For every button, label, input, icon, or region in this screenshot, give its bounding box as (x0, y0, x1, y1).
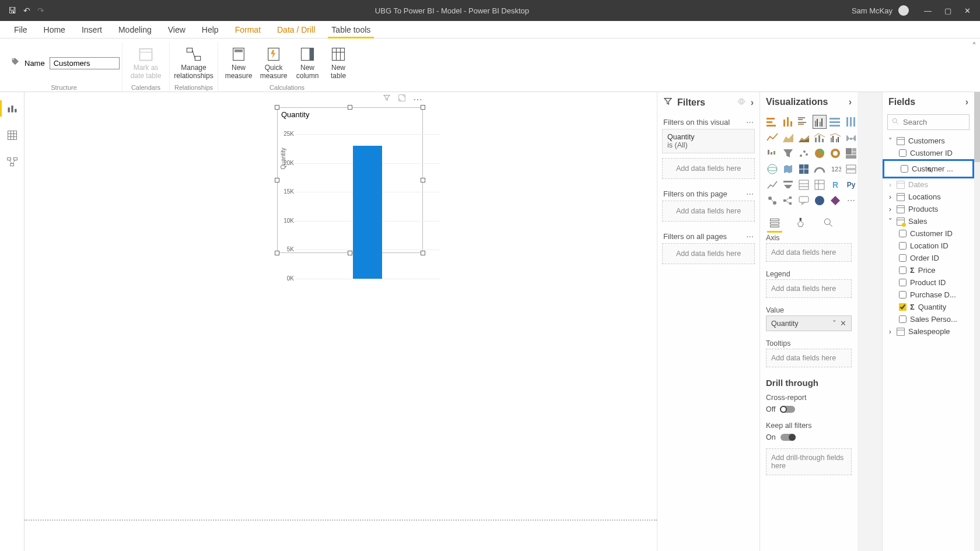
field-product-id[interactable]: Product ID (883, 276, 974, 289)
more-icon[interactable]: ⋯ (746, 118, 754, 127)
more-icon[interactable]: ⋯ (746, 232, 754, 241)
decomposition-icon[interactable] (782, 194, 794, 207)
slicer-icon[interactable] (782, 178, 794, 191)
tab-data-drill[interactable]: Data / Drill (269, 21, 323, 38)
tab-modeling[interactable]: Modeling (110, 21, 160, 38)
clustered-column-icon[interactable] (813, 115, 826, 128)
data-view-button[interactable] (4, 127, 20, 143)
visual-more-icon[interactable]: ⋯ (413, 94, 422, 105)
table-customers[interactable]: ˅ Customers (883, 135, 974, 147)
matrix-icon[interactable] (813, 178, 826, 191)
waterfall-icon[interactable] (766, 147, 779, 160)
get-more-visuals-icon[interactable]: ⋯ (845, 194, 858, 207)
user-name[interactable]: Sam McKay (852, 6, 892, 15)
cross-report-toggle[interactable] (780, 406, 795, 413)
add-all-filter-slot[interactable]: Add data fields here (662, 243, 755, 264)
format-tab[interactable] (793, 215, 810, 230)
donut-icon[interactable] (829, 147, 842, 160)
scatter-icon[interactable] (797, 147, 810, 160)
table-products[interactable]: › Products (883, 203, 974, 215)
visual-focus-icon[interactable] (398, 94, 406, 105)
report-canvas[interactable]: ⋯ Quantity Quantity 0K5K10K15K20K25K (24, 92, 657, 551)
field-customer-id[interactable]: Customer ID (883, 227, 974, 240)
table-dates[interactable]: › Dates (883, 178, 974, 191)
field-location-id[interactable]: Location ID (883, 240, 974, 252)
stacked-area-icon[interactable] (797, 131, 810, 144)
area-chart-icon[interactable] (782, 131, 794, 144)
close-button[interactable]: ✕ (964, 6, 971, 15)
tab-view[interactable]: View (160, 21, 194, 38)
r-visual-icon[interactable]: R (829, 178, 842, 191)
tab-home[interactable]: Home (36, 21, 74, 38)
ribbon-chart-icon[interactable] (845, 131, 858, 144)
tooltips-well[interactable]: Add data fields here (766, 349, 852, 367)
model-view-button[interactable] (4, 154, 20, 170)
value-well-quantity[interactable]: Quantity ˅ ✕ (766, 315, 852, 331)
minimize-button[interactable]: — (924, 6, 932, 15)
qa-visual-icon[interactable] (797, 194, 810, 207)
quick-measure-button[interactable]: Quick measure (258, 46, 289, 80)
multi-card-icon[interactable] (845, 163, 858, 176)
save-icon[interactable]: 🖫 (8, 6, 16, 15)
treemap-icon[interactable] (845, 147, 858, 160)
tab-table-tools[interactable]: Table tools (323, 21, 379, 38)
collapse-icon[interactable]: › (751, 97, 754, 108)
pie-icon[interactable] (813, 147, 826, 160)
table-name-input[interactable] (50, 57, 120, 69)
maximize-button[interactable]: ▢ (944, 6, 951, 15)
field-customer-name[interactable]: Customer ... ↖ (883, 159, 974, 178)
report-view-button[interactable] (4, 100, 20, 117)
filter-card-quantity[interactable]: Quantity is (All) (662, 129, 755, 153)
resize-handle[interactable] (275, 105, 279, 110)
table-icon[interactable] (797, 178, 810, 191)
resize-handle[interactable] (275, 178, 279, 183)
drill-through-well[interactable]: Add drill-through fields here (766, 448, 852, 475)
field-purchase-d-[interactable]: Purchase D... (883, 289, 974, 301)
arcgis-icon[interactable] (813, 194, 826, 207)
field-order-id[interactable]: Order ID (883, 252, 974, 264)
collapse-icon[interactable]: › (849, 97, 852, 107)
resize-handle[interactable] (421, 178, 425, 183)
new-table-button[interactable]: New table (326, 46, 351, 80)
gauge-icon[interactable] (813, 163, 826, 176)
scrollbar-thumb[interactable] (974, 92, 980, 162)
chevron-down-icon[interactable]: ˅ (832, 319, 836, 328)
mark-as-date-table-button[interactable]: Mark as date table (127, 46, 164, 80)
field-quantity[interactable]: ΣQuantity (883, 301, 974, 313)
hundred-bar-icon[interactable] (829, 115, 842, 128)
line-chart-icon[interactable] (766, 131, 779, 144)
clustered-bar-icon[interactable] (797, 115, 810, 128)
table-sales[interactable]: ˅ Sales (883, 215, 974, 227)
field-price[interactable]: ΣPrice (883, 264, 974, 276)
resize-handle[interactable] (348, 105, 352, 110)
collapse-icon[interactable]: › (965, 97, 968, 107)
kpi-icon[interactable] (766, 178, 779, 191)
add-page-filter-slot[interactable]: Add data fields here (662, 201, 755, 222)
ribbon-collapse-icon[interactable]: ˄ (972, 41, 977, 52)
avatar[interactable] (898, 5, 909, 16)
tab-format[interactable]: Format (227, 21, 269, 38)
table-locations[interactable]: › Locations (883, 191, 974, 203)
key-influencers-icon[interactable] (766, 194, 779, 207)
stacked-column-icon[interactable] (782, 115, 794, 128)
axis-well[interactable]: Add data fields here (766, 243, 852, 262)
new-column-button[interactable]: New column (293, 46, 322, 80)
add-visual-filter-slot[interactable]: Add data fields here (662, 158, 755, 179)
field-sales-perso-[interactable]: Sales Perso... (883, 313, 974, 325)
undo-icon[interactable]: ↶ (23, 6, 30, 15)
tab-help[interactable]: Help (194, 21, 227, 38)
visual-filter-icon[interactable] (383, 94, 391, 105)
powerapps-icon[interactable] (829, 194, 842, 207)
map-icon[interactable] (766, 163, 779, 176)
vertical-scrollbar[interactable] (974, 92, 980, 551)
fields-search[interactable] (887, 114, 970, 130)
python-visual-icon[interactable]: Py (845, 178, 858, 191)
redo-icon[interactable]: ↷ (37, 6, 44, 15)
analytics-tab[interactable] (820, 215, 837, 230)
resize-handle[interactable] (275, 251, 279, 255)
table-salespeople[interactable]: › Salespeople (883, 325, 974, 338)
eye-icon[interactable] (737, 97, 746, 108)
resize-handle[interactable] (421, 105, 425, 110)
line-clustered-icon[interactable] (829, 131, 842, 144)
resize-handle[interactable] (348, 251, 352, 255)
